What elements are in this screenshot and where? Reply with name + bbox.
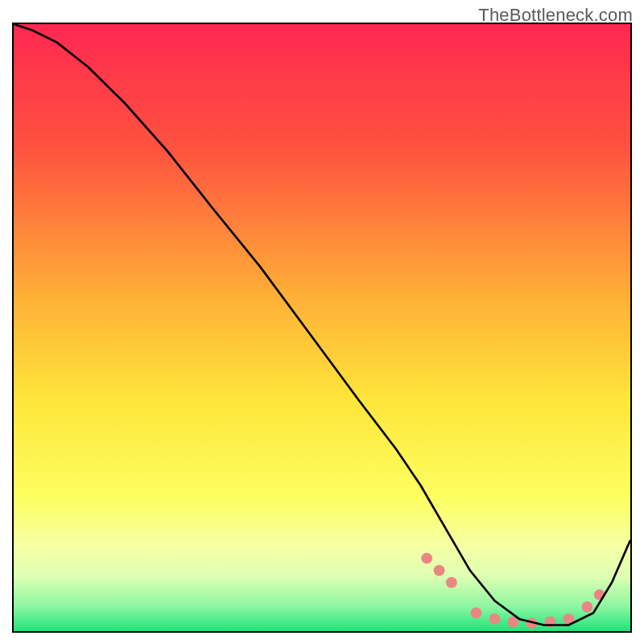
chart-plot-layer [14, 24, 630, 631]
bottleneck-curve [14, 24, 630, 625]
highlight-dot [446, 577, 457, 588]
highlight-dot [581, 601, 592, 613]
highlight-markers [421, 553, 605, 629]
highlight-dot [421, 553, 432, 564]
highlight-dot [434, 565, 445, 576]
chart-frame [12, 23, 632, 633]
highlight-dot [471, 608, 482, 619]
highlight-dot [489, 613, 501, 625]
